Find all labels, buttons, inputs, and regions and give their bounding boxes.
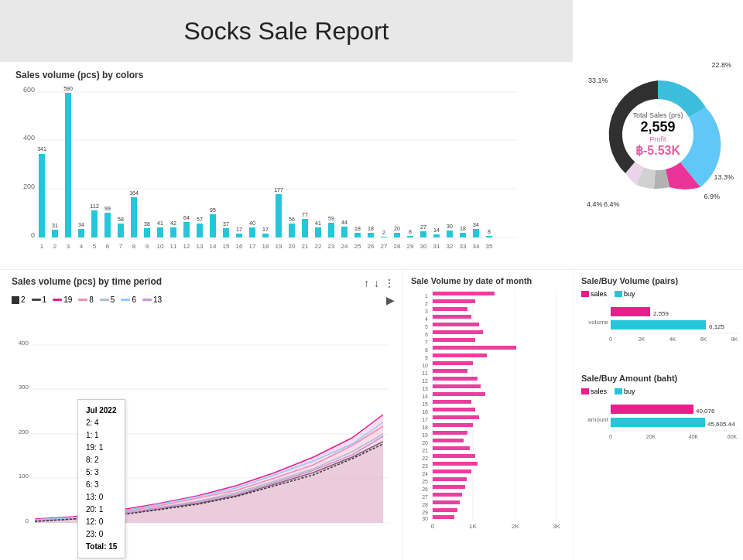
svg-rect-169: [433, 392, 485, 396]
svg-text:10: 10: [157, 243, 164, 250]
legend-item-1: 1: [32, 295, 47, 304]
svg-text:7: 7: [119, 243, 123, 250]
legend-item-2: 2: [12, 295, 26, 304]
svg-rect-72: [460, 233, 466, 237]
svg-text:May 2023: May 2023: [338, 529, 366, 531]
svg-rect-195: [433, 493, 462, 497]
svg-text:1: 1: [40, 243, 44, 250]
more-options-icon[interactable]: ⋮: [384, 277, 395, 289]
time-series-legend: 2 1 19 8 5: [12, 294, 395, 306]
donut-annotation-6: 4.4%: [587, 200, 603, 208]
svg-text:19: 19: [276, 243, 282, 250]
svg-text:33: 33: [460, 243, 467, 250]
legend-item-5: 5: [100, 295, 115, 304]
salebuy-area: Sale/Buy Volume (pairs) sales buy volume…: [573, 270, 743, 561]
svg-text:14: 14: [422, 394, 428, 399]
svg-text:95: 95: [210, 207, 216, 213]
legend-color-6: [121, 299, 130, 301]
svg-text:17: 17: [262, 227, 269, 232]
svg-text:30: 30: [420, 243, 427, 250]
svg-text:341: 341: [37, 146, 46, 152]
svg-text:20: 20: [289, 243, 296, 250]
page-title: Socks Sale Report: [183, 17, 389, 46]
svg-text:2K: 2K: [639, 336, 645, 342]
svg-text:0: 0: [609, 434, 612, 439]
svg-text:1: 1: [425, 293, 428, 299]
salebuy-amount-legend: sales buy: [581, 388, 735, 395]
donut-annotation-5: 6.4%: [604, 200, 620, 208]
buy-legend: buy: [615, 290, 635, 298]
donut-area: Total Sales (prs) 2,559 Profit ฿-5.53K 2…: [573, 0, 743, 269]
salebuy-amount-svg: amount 40,076 45,605.44 0 20K 40K 60K: [581, 398, 743, 460]
svg-text:18: 18: [262, 243, 269, 250]
svg-text:21: 21: [422, 448, 428, 453]
svg-text:34: 34: [78, 222, 84, 227]
svg-rect-175: [433, 415, 479, 419]
svg-rect-12: [65, 93, 71, 237]
svg-text:6,125: 6,125: [709, 323, 725, 330]
svg-rect-191: [433, 477, 467, 481]
svg-text:Mar 2023: Mar 2023: [262, 529, 288, 531]
svg-text:19: 19: [422, 432, 428, 438]
svg-text:20: 20: [394, 226, 400, 231]
svg-text:18: 18: [368, 226, 374, 231]
svg-text:22: 22: [315, 243, 322, 250]
svg-text:18: 18: [354, 226, 361, 231]
svg-text:24: 24: [422, 471, 428, 476]
svg-text:112: 112: [90, 203, 99, 209]
svg-rect-76: [486, 236, 492, 237]
svg-rect-38: [236, 234, 242, 237]
donut-annotation-1: 22.8%: [711, 61, 731, 69]
dashboard: Socks Sale Report Sales volume (pcs) by …: [0, 0, 743, 560]
profit-label: Profit: [632, 135, 683, 143]
sort-asc-icon[interactable]: ↑: [364, 277, 369, 289]
svg-text:3K: 3K: [553, 523, 560, 530]
svg-text:58: 58: [118, 217, 124, 222]
svg-rect-185: [433, 454, 475, 458]
svg-text:1K: 1K: [469, 523, 477, 530]
svg-text:Jun 2023: Jun 2023: [371, 529, 391, 531]
sales-legend-color: [581, 291, 589, 297]
svg-text:volume: volume: [588, 319, 608, 326]
svg-text:22: 22: [422, 456, 428, 461]
sort-desc-icon[interactable]: ↓: [374, 277, 379, 289]
svg-text:16: 16: [422, 409, 428, 415]
svg-text:21: 21: [302, 243, 309, 250]
svg-rect-179: [433, 431, 467, 435]
legend-item-8: 8: [78, 295, 94, 304]
play-icon[interactable]: ▶: [386, 294, 395, 306]
donut-chart: Total Sales (prs) 2,559 Profit ฿-5.53K 2…: [580, 57, 735, 212]
svg-rect-40: [249, 227, 255, 237]
svg-rect-171: [433, 400, 471, 404]
svg-text:45,605.44: 45,605.44: [707, 421, 735, 428]
svg-rect-66: [420, 231, 426, 237]
svg-text:77: 77: [302, 212, 308, 217]
svg-text:28: 28: [394, 243, 401, 250]
svg-rect-151: [433, 323, 479, 326]
svg-rect-22: [131, 197, 137, 237]
svg-text:177: 177: [274, 187, 283, 193]
svg-text:4: 4: [80, 243, 84, 250]
svg-rect-58: [368, 233, 374, 237]
svg-rect-24: [144, 228, 150, 237]
svg-rect-187: [433, 462, 478, 466]
svg-rect-181: [433, 439, 464, 442]
svg-text:11: 11: [170, 243, 177, 250]
svg-text:40,076: 40,076: [696, 408, 715, 415]
svg-text:3: 3: [425, 309, 428, 314]
svg-text:0: 0: [609, 336, 612, 342]
top-bar-chart-title: Sales volume (pcs) by colors: [15, 70, 557, 80]
profit-value: ฿-5.53K: [632, 143, 683, 158]
svg-rect-70: [447, 230, 453, 237]
svg-text:14: 14: [433, 227, 440, 233]
svg-text:17: 17: [249, 243, 256, 250]
svg-text:40K: 40K: [689, 434, 699, 439]
svg-rect-36: [223, 228, 229, 237]
svg-text:13: 13: [422, 386, 428, 391]
svg-text:20: 20: [422, 440, 428, 446]
svg-text:164: 164: [129, 190, 139, 196]
time-series-svg: 0 100 200 300 400 Jul 2022 Aug Oct 2022 …: [12, 306, 391, 531]
svg-text:41: 41: [315, 220, 321, 226]
svg-text:Jul 2022: Jul 2022: [23, 529, 47, 531]
donut-annotation-3: 13.3%: [714, 173, 734, 181]
